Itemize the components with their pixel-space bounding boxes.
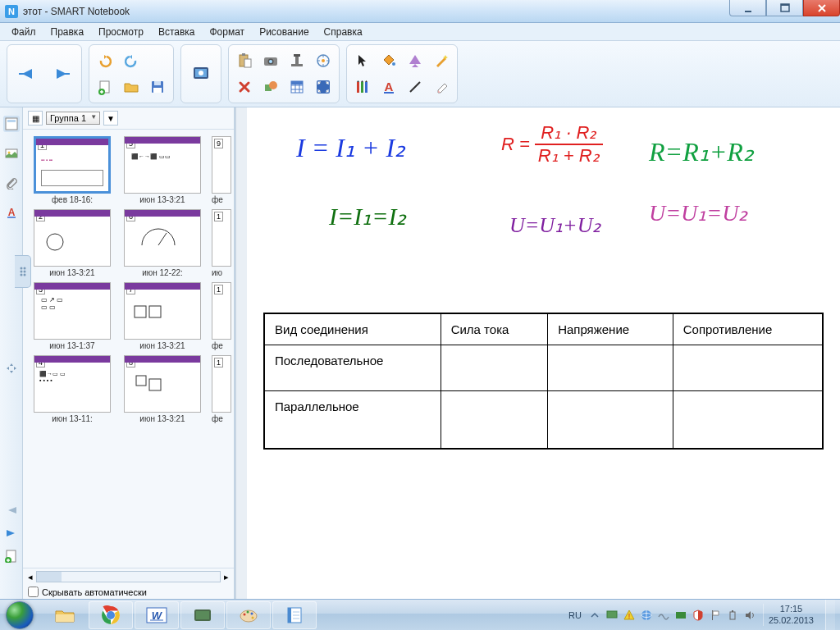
thumb-scrollbar[interactable]: ◂▸ (23, 568, 234, 585)
tray-up-icon[interactable] (588, 609, 601, 622)
task-paint[interactable] (226, 601, 271, 629)
formula-u-sum[interactable]: U=U₁+U₂ (509, 212, 600, 238)
shape-tool-button[interactable] (403, 48, 427, 73)
page-thumbnail[interactable]: 3▭ ↗ ▭▭ ▭июн 13-1:37 (31, 282, 113, 350)
menu-view[interactable]: Просмотр (92, 25, 150, 39)
minimize-button[interactable] (729, 0, 766, 16)
task-explorer[interactable] (43, 601, 87, 629)
group-menu-button[interactable]: ▼ (103, 111, 118, 126)
clock[interactable]: 17:15 25.02.2013 (763, 604, 819, 625)
undo-button[interactable] (93, 48, 117, 73)
delete-button[interactable] (232, 75, 257, 99)
rail-add-icon[interactable] (5, 550, 18, 566)
pens-button[interactable] (350, 75, 375, 99)
show-desktop-button[interactable] (825, 600, 835, 631)
page-thumbnail[interactable]: 6июн 12-22: (121, 209, 203, 277)
tools-button[interactable] (311, 48, 336, 73)
menu-format[interactable]: Формат (203, 25, 251, 39)
svg-rect-15 (244, 59, 251, 67)
fullscreen-button[interactable] (311, 75, 336, 99)
formula-i-sum[interactable]: I = I₁ + I₂ (296, 132, 405, 163)
svg-rect-32 (365, 82, 368, 93)
page-thumbnail[interactable]: 2июн 13-3:21 (31, 209, 113, 277)
formula-r-series[interactable]: R=R₁+R₂ (649, 136, 754, 167)
tray-flag-icon[interactable] (709, 609, 722, 622)
tray-globe-icon[interactable] (640, 609, 653, 622)
redo-button[interactable] (119, 48, 144, 73)
svg-rect-70 (288, 608, 291, 623)
doc-camera-button[interactable] (285, 48, 309, 73)
slide-canvas[interactable]: I = I₁ + I₂ R = R₁ · R₂R₁ + R₂ R=R₁+R₂ I… (247, 107, 840, 599)
page-thumbnail[interactable]: 1▪▪ ▪ ▪▪фев 18-16: (31, 136, 113, 204)
eraser-button[interactable] (429, 75, 454, 99)
page-thumbnail[interactable]: 7июн 13-3:21 (121, 282, 203, 350)
rail-expand-tab[interactable] (15, 255, 31, 288)
group-select[interactable]: Группа 1 (46, 112, 100, 125)
menu-draw[interactable]: Рисование (253, 25, 315, 39)
page-thumbnail[interactable]: 9фе (212, 136, 234, 204)
page-thumbnail[interactable]: 4⬛→▭ ▭▪ ▪ ▪ ▪июн 13-11: (31, 355, 113, 423)
rail-move-icon[interactable] (5, 362, 18, 378)
tray-monitor-icon[interactable] (605, 609, 619, 622)
task-board[interactable] (180, 601, 225, 629)
formula-i-equal[interactable]: I=I₁=I₂ (329, 202, 406, 231)
rail-next-icon[interactable] (5, 527, 18, 541)
formula-r-parallel[interactable]: R = R₁ · R₂R₁ + R₂ (501, 124, 603, 165)
rail-properties-icon[interactable]: A (3, 204, 20, 221)
select-tool-button[interactable] (350, 48, 375, 73)
paste-button[interactable] (232, 48, 257, 73)
svg-point-42 (20, 267, 22, 270)
text-tool-button[interactable]: A (377, 75, 401, 99)
close-button[interactable] (803, 0, 840, 16)
svg-rect-71 (607, 611, 617, 618)
page-thumbnail[interactable]: 1фе (212, 355, 234, 423)
menu-insert[interactable]: Вставка (152, 25, 202, 39)
save-button[interactable] (145, 75, 170, 99)
svg-rect-77 (730, 612, 735, 619)
svg-point-18 (269, 60, 272, 63)
camera-button[interactable] (258, 48, 283, 73)
next-page-button[interactable] (45, 57, 78, 90)
start-button[interactable] (0, 600, 39, 631)
rail-page-sorter-icon[interactable] (3, 116, 20, 132)
menu-help[interactable]: Справка (317, 25, 369, 39)
svg-point-50 (47, 234, 63, 250)
task-notebook[interactable] (272, 601, 317, 629)
rail-prev-icon[interactable] (5, 504, 18, 518)
maximize-button[interactable] (766, 0, 803, 16)
new-page-button[interactable] (93, 75, 117, 99)
canvas-scrollbar[interactable] (235, 107, 247, 599)
tray-volume-icon[interactable] (743, 609, 756, 622)
language-indicator[interactable]: RU (568, 610, 582, 620)
rail-gallery-icon[interactable] (3, 145, 20, 162)
page-thumbnail[interactable]: 1ию (212, 209, 234, 277)
prev-page-button[interactable] (11, 57, 43, 90)
task-chrome[interactable] (89, 601, 133, 629)
menu-file[interactable]: Файл (5, 25, 43, 39)
td-series: Последовательное (264, 345, 441, 391)
tray-power-icon[interactable] (726, 609, 739, 622)
tray-wave-icon[interactable] (657, 609, 670, 622)
formula-u-equal[interactable]: U=U₁=U₂ (649, 199, 747, 226)
screen-capture-button[interactable] (185, 57, 217, 90)
connection-table[interactable]: Вид соединения Сила тока Напряжение Сопр… (263, 313, 824, 450)
page-thumbnail[interactable]: 5⬛←→⬛ ▭▭июн 13-3:21 (121, 136, 203, 204)
task-word[interactable]: W (135, 601, 179, 629)
tray-alert-icon[interactable]: ! (623, 609, 636, 622)
tray-nvidia-icon[interactable] (674, 609, 687, 622)
open-button[interactable] (119, 75, 144, 99)
hide-auto-checkbox[interactable]: Скрывать автоматически (23, 585, 234, 599)
page-thumbnail[interactable]: 8июн 13-3:21 (121, 355, 203, 423)
menu-edit[interactable]: Правка (44, 25, 91, 39)
svg-point-66 (247, 610, 249, 613)
tray-security-icon[interactable] (692, 609, 705, 622)
fill-tool-button[interactable] (377, 48, 401, 73)
toolbar: A (0, 41, 840, 107)
sorter-icon[interactable]: ▦ (28, 111, 43, 126)
magic-pen-button[interactable] (429, 48, 454, 73)
shapes-button[interactable] (258, 75, 283, 99)
rail-attachments-icon[interactable] (3, 175, 20, 191)
table-button[interactable] (285, 75, 309, 99)
page-thumbnail[interactable]: 1фе (212, 282, 234, 350)
line-tool-button[interactable] (403, 75, 427, 99)
